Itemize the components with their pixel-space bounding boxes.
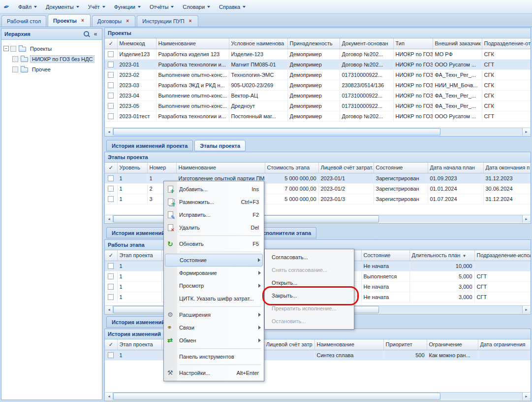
- column-header[interactable]: Подразделение-исполн: [474, 250, 531, 261]
- column-header[interactable]: Состояние: [361, 250, 409, 261]
- close-icon[interactable]: [125, 19, 130, 24]
- menu-item-links[interactable]: Связи: [165, 321, 263, 334]
- tree-checkbox[interactable]: [12, 56, 18, 62]
- row-checkbox[interactable]: [108, 263, 114, 269]
- row-checkbox[interactable]: [108, 352, 114, 358]
- row-checkbox[interactable]: [108, 284, 114, 290]
- row-checkbox-cell[interactable]: [105, 271, 117, 281]
- column-header[interactable]: Документ-основан: [340, 38, 393, 49]
- column-header[interactable]: Подразделение-от: [482, 38, 531, 49]
- menu-help[interactable]: Справка: [215, 2, 250, 11]
- menu-reports[interactable]: Отчёты: [145, 2, 178, 11]
- column-header[interactable]: Дата окончания п: [483, 163, 531, 173]
- close-icon[interactable]: [80, 18, 85, 23]
- row-checkbox-cell[interactable]: [105, 183, 117, 194]
- select-column-header[interactable]: ✓: [105, 163, 117, 173]
- tab-instructions[interactable]: Инструкции ПУП: [137, 15, 198, 27]
- row-checkbox-cell[interactable]: [105, 49, 117, 59]
- tab-project-stages[interactable]: Этапы проекта: [194, 140, 246, 151]
- select-column-header[interactable]: ✓: [105, 339, 117, 350]
- tree-node-label[interactable]: Прочее: [31, 66, 52, 73]
- history-hscrollbar[interactable]: [105, 392, 530, 400]
- row-checkbox[interactable]: [108, 62, 114, 67]
- table-row[interactable]: 2023-04Выполнение опытно-конс...Вектор-А…: [105, 90, 531, 100]
- column-header[interactable]: Состояние: [374, 163, 428, 173]
- scroll-left-icon[interactable]: [105, 128, 113, 135]
- tree-node-projects[interactable]: Проекты: [3, 43, 100, 54]
- tab-project-history[interactable]: История изменений проекта: [106, 140, 193, 151]
- column-header[interactable]: Внешний заказчик: [433, 38, 482, 49]
- table-row[interactable]: 2023-01Разработка технологии и...Магнит …: [105, 59, 531, 69]
- tree-node-label[interactable]: Проекты: [29, 45, 53, 52]
- row-checkbox[interactable]: [108, 196, 114, 202]
- column-header[interactable]: Лицевой счёт затрат.: [318, 163, 374, 173]
- column-header[interactable]: Номер: [147, 163, 176, 173]
- column-header[interactable]: Наименование: [176, 163, 265, 173]
- row-checkbox-cell[interactable]: [105, 194, 117, 204]
- column-header[interactable]: Приоритет: [383, 339, 427, 350]
- scroll-left-icon[interactable]: [105, 306, 113, 313]
- scroll-track[interactable]: [113, 393, 522, 400]
- row-checkbox-cell[interactable]: [105, 59, 117, 69]
- row-checkbox-cell[interactable]: [105, 100, 117, 111]
- row-checkbox-cell[interactable]: [105, 350, 117, 360]
- menu-accounting[interactable]: Учёт: [84, 2, 110, 11]
- row-checkbox[interactable]: [108, 294, 114, 300]
- table-row[interactable]: Изделие123Разработка изделия 123Изделие-…: [105, 49, 531, 59]
- menu-item-toolbar[interactable]: Панель инструментов: [165, 350, 263, 363]
- table-row[interactable]: 2023-03Разработка ЭКД и РКД н...905-U020…: [105, 80, 531, 90]
- row-checkbox-cell[interactable]: [105, 173, 117, 183]
- row-checkbox-cell[interactable]: [105, 90, 117, 100]
- column-header[interactable]: Условное наименова: [229, 38, 287, 49]
- menu-item-edit[interactable]: Исправить...F2: [165, 208, 263, 221]
- tree-node-other[interactable]: Прочее: [3, 64, 100, 74]
- menu-item-delete[interactable]: УдалитьDel: [165, 221, 263, 234]
- menu-item-approve[interactable]: Согласовать...: [266, 251, 353, 264]
- scroll-right-icon[interactable]: [522, 128, 530, 135]
- tree-node-niokr[interactable]: НИОКР по ГОЗ без НДС: [3, 54, 100, 64]
- menu-item-formation[interactable]: Формирование: [165, 267, 263, 279]
- menu-file[interactable]: Файл: [14, 2, 41, 11]
- menu-item-close[interactable]: Закрыть...: [266, 289, 353, 302]
- menu-item-add[interactable]: Добавить...Ins: [165, 183, 263, 196]
- column-header[interactable]: Этап проекта: [117, 339, 161, 350]
- scroll-left-icon[interactable]: [105, 393, 113, 400]
- tab-projects[interactable]: Проекты: [48, 14, 91, 27]
- menu-documents[interactable]: Документы: [41, 2, 84, 11]
- column-header[interactable]: Мнемокод: [117, 38, 156, 49]
- row-checkbox[interactable]: [108, 82, 114, 88]
- row-checkbox[interactable]: [108, 273, 114, 279]
- row-checkbox[interactable]: [108, 93, 114, 99]
- menu-item-duplicate[interactable]: Размножить...Ctrl+F3: [165, 196, 263, 208]
- table-row[interactable]: 2023-05Выполнение опытно-конс...Дредноут…: [105, 100, 531, 111]
- column-header[interactable]: Лицевой счёт затр: [264, 339, 314, 350]
- row-checkbox[interactable]: [108, 72, 114, 78]
- column-header[interactable]: Дата ограничения: [478, 339, 531, 350]
- search-icon[interactable]: [82, 30, 91, 38]
- scroll-track[interactable]: [113, 128, 522, 135]
- scroll-left-icon[interactable]: [105, 215, 113, 223]
- select-column-header[interactable]: ✓: [105, 250, 117, 261]
- row-checkbox-cell[interactable]: [105, 69, 117, 80]
- row-checkbox[interactable]: [108, 51, 114, 57]
- projects-hscrollbar[interactable]: [105, 128, 530, 135]
- row-checkbox-cell[interactable]: [105, 80, 117, 90]
- row-checkbox[interactable]: [108, 175, 114, 181]
- scroll-thumb[interactable]: [113, 393, 440, 400]
- tree-checkbox[interactable]: [10, 46, 16, 52]
- menu-item-state[interactable]: Состояние: [165, 254, 263, 267]
- column-header[interactable]: Ограничение: [427, 339, 478, 350]
- column-header[interactable]: Дата начала план: [428, 163, 483, 173]
- scroll-right-icon[interactable]: [522, 306, 530, 313]
- column-header[interactable]: Тип: [393, 38, 433, 49]
- tab-contracts[interactable]: Договоры: [92, 15, 135, 27]
- menu-item-settings[interactable]: Настройки...Alt+Enter: [165, 367, 263, 379]
- scroll-thumb[interactable]: [113, 128, 440, 135]
- scroll-right-icon[interactable]: [522, 393, 530, 400]
- row-checkbox-cell[interactable]: [105, 281, 117, 292]
- menu-item-refresh[interactable]: ОбновитьF5: [165, 237, 263, 250]
- row-checkbox[interactable]: [108, 113, 114, 119]
- menu-item-view[interactable]: Просмотр: [165, 279, 263, 292]
- row-checkbox-cell[interactable]: [105, 292, 117, 302]
- scroll-right-icon[interactable]: [522, 215, 530, 223]
